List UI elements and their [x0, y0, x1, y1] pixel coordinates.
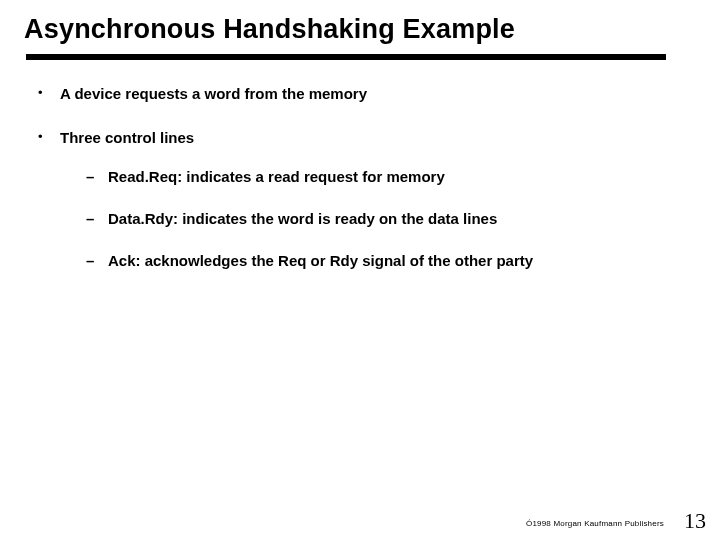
bullet-list: A device requests a word from the memory…: [32, 84, 680, 271]
sub-bullet-list: Read.Req: indicates a read request for m…: [60, 167, 680, 272]
sub-bullet-item: Read.Req: indicates a read request for m…: [84, 167, 680, 187]
slide: Asynchronous Handshaking Example A devic…: [0, 0, 720, 540]
title-rule: [26, 54, 666, 60]
sub-bullet-text: Read.Req: indicates a read request for m…: [108, 168, 445, 185]
slide-title: Asynchronous Handshaking Example: [24, 14, 696, 45]
sub-bullet-text: Ack: acknowledges the Req or Rdy signal …: [108, 252, 533, 269]
sub-bullet-item: Data.Rdy: indicates the word is ready on…: [84, 209, 680, 229]
bullet-text: Three control lines: [60, 129, 194, 146]
page-number: 13: [684, 508, 706, 534]
slide-content: A device requests a word from the memory…: [32, 84, 680, 295]
sub-bullet-item: Ack: acknowledges the Req or Rdy signal …: [84, 251, 680, 271]
copyright-text: Ó1998 Morgan Kaufmann Publishers: [526, 519, 664, 528]
bullet-item: Three control lines Read.Req: indicates …: [32, 128, 680, 271]
bullet-item: A device requests a word from the memory: [32, 84, 680, 104]
sub-bullet-text: Data.Rdy: indicates the word is ready on…: [108, 210, 497, 227]
bullet-text: A device requests a word from the memory: [60, 85, 367, 102]
